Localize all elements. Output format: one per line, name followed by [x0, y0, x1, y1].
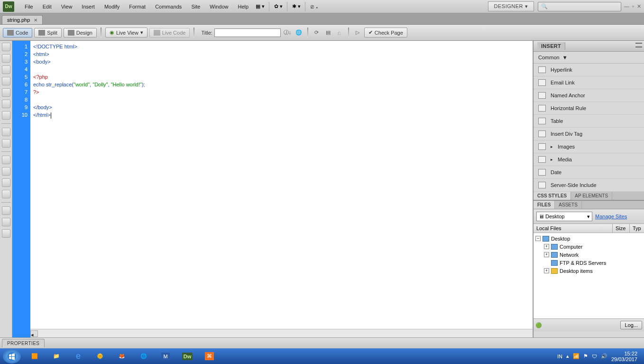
tool-icon[interactable]: [2, 229, 10, 238]
check-page-button[interactable]: ✔Check Page: [364, 28, 407, 37]
insert-item-label: Named Anchor: [551, 93, 585, 98]
log-button[interactable]: Log...: [620, 321, 642, 329]
toolbar-icon[interactable]: ▤: [323, 28, 333, 37]
menu-file[interactable]: File: [20, 2, 38, 11]
css-panel-tabs[interactable]: CSS STYLES AP ELEMENTS: [534, 192, 644, 200]
taskbar-icon[interactable]: 📁: [46, 350, 66, 363]
manage-sites-link[interactable]: Manage Sites: [595, 214, 627, 219]
site-icon[interactable]: ⎚ ▾: [309, 2, 323, 11]
tool-icon[interactable]: [2, 88, 10, 97]
taskbar-dreamweaver-icon[interactable]: Dw: [177, 350, 197, 363]
site-select[interactable]: 🖥 Desktop▾: [536, 212, 592, 221]
tool-icon[interactable]: [2, 65, 10, 74]
menu-commands[interactable]: Commands: [150, 2, 186, 11]
insert-item[interactable]: Insert Div Tag: [534, 128, 644, 140]
tree-node[interactable]: +Network: [535, 251, 642, 259]
tree-node[interactable]: FTP & RDS Servers: [535, 259, 642, 267]
tool-icon[interactable]: [2, 190, 10, 198]
assets-tab[interactable]: ASSETS: [555, 201, 581, 209]
insert-panel-tab[interactable]: INSERT: [534, 41, 644, 52]
workspace-switcher[interactable]: DESIGNER ▾: [488, 1, 534, 11]
menu-site[interactable]: Site: [186, 2, 205, 11]
extension-icon[interactable]: ✿ ▾: [273, 2, 287, 11]
ap-elements-tab[interactable]: AP ELEMENTS: [571, 192, 612, 200]
insert-item[interactable]: Horizontal Rule: [534, 102, 644, 115]
menu-modify[interactable]: Modify: [100, 2, 124, 11]
tool-icon[interactable]: [2, 156, 10, 164]
close-icon[interactable]: ✕: [34, 18, 37, 23]
taskbar-icon[interactable]: 🌞: [90, 350, 110, 363]
horizontal-scrollbar[interactable]: ◂: [30, 329, 533, 337]
insert-item[interactable]: Email Link: [534, 76, 644, 89]
taskbar-icon[interactable]: 🌐: [134, 350, 154, 363]
tool-icon[interactable]: [2, 54, 10, 63]
tray-lang[interactable]: IN: [557, 354, 562, 359]
properties-tab[interactable]: PROPERTIES: [2, 339, 45, 347]
menu-help[interactable]: Help: [233, 2, 253, 11]
split-view-button[interactable]: Split: [34, 28, 61, 37]
tool-icon[interactable]: [2, 178, 10, 187]
app-logo: Dw: [3, 1, 14, 12]
insert-item[interactable]: Server-Side Include: [534, 179, 644, 192]
files-tab[interactable]: FILES: [534, 201, 555, 209]
taskbar-icon[interactable]: 🟧: [25, 350, 45, 363]
taskbar-icon[interactable]: M: [156, 350, 175, 363]
tool-icon[interactable]: [2, 100, 10, 108]
settings-icon[interactable]: ✱ ▾: [291, 2, 305, 11]
expand-icon: ▸: [551, 157, 553, 162]
file-tab[interactable]: string.php ✕: [2, 15, 43, 24]
taskbar-icon[interactable]: 🦊: [112, 350, 132, 363]
menu-format[interactable]: Format: [124, 2, 150, 11]
tool-icon[interactable]: [2, 167, 10, 176]
toolbar-icon[interactable]: ▷: [353, 28, 362, 37]
search-input[interactable]: 🔍: [538, 2, 621, 11]
tray-icon[interactable]: ⚑: [583, 353, 588, 359]
refresh-icon[interactable]: ⟳: [312, 28, 322, 37]
tool-icon[interactable]: [2, 77, 10, 85]
tool-icon[interactable]: [2, 43, 10, 51]
insert-item[interactable]: Named Anchor: [534, 89, 644, 102]
tree-node[interactable]: +Computer: [535, 243, 642, 251]
title-input[interactable]: [214, 28, 281, 37]
insert-item-icon: [538, 66, 546, 73]
menu-view[interactable]: View: [56, 2, 77, 11]
tray-volume-icon[interactable]: 🔊: [601, 353, 607, 359]
code-view-button[interactable]: Code: [3, 28, 32, 37]
start-button[interactable]: [3, 349, 21, 364]
tree-node[interactable]: +Desktop items: [535, 267, 642, 275]
insert-item[interactable]: Table: [534, 115, 644, 128]
taskbar-icon[interactable]: e: [68, 350, 88, 363]
taskbar-icon[interactable]: ⌘: [199, 350, 219, 363]
tool-icon[interactable]: [2, 218, 10, 226]
files-columns: Local Files Size Typ: [534, 224, 644, 233]
tray-icon[interactable]: ▴: [566, 353, 569, 359]
tool-icon[interactable]: [2, 111, 10, 120]
menu-edit[interactable]: Edit: [38, 2, 56, 11]
toolbar-icon[interactable]: ⎌: [335, 28, 344, 37]
design-view-button[interactable]: Design: [64, 28, 97, 37]
live-view-button[interactable]: ◉Live View▾: [105, 28, 147, 37]
tool-icon[interactable]: [2, 128, 10, 136]
system-tray[interactable]: IN ▴ 📶 ⚑ 🛡 🔊 15:2229/03/2017: [557, 351, 641, 362]
insert-category[interactable]: Common▼: [534, 52, 644, 64]
insert-item[interactable]: ▸Images: [534, 140, 644, 153]
clock[interactable]: 15:2229/03/2017: [611, 351, 637, 362]
window-controls[interactable]: —▫✕: [624, 3, 641, 9]
toolbar-icon[interactable]: 🌐: [294, 28, 304, 37]
code-editor[interactable]: <!DOCTYPE html><html><body> <?phpecho st…: [30, 41, 533, 337]
insert-item[interactable]: Hyperlink: [534, 64, 644, 76]
tray-icon[interactable]: 🛡: [592, 354, 597, 359]
layout-icon[interactable]: ▦ ▾: [255, 2, 269, 11]
tool-icon[interactable]: [2, 206, 10, 215]
files-panel-tabs[interactable]: FILES ASSETS: [534, 200, 644, 209]
menu-window[interactable]: Window: [205, 2, 233, 11]
menu-insert[interactable]: Insert: [77, 2, 100, 11]
file-tree[interactable]: −Desktop+Computer+NetworkFTP & RDS Serve…: [534, 233, 644, 318]
css-styles-tab[interactable]: CSS STYLES: [534, 192, 571, 200]
insert-item[interactable]: ▸Media: [534, 153, 644, 166]
menu-items: FileEditViewInsertModifyFormatCommandsSi…: [20, 2, 253, 11]
tray-icon[interactable]: 📶: [573, 353, 580, 359]
insert-item[interactable]: Date: [534, 166, 644, 179]
toolbar-icon[interactable]: Ⓙ↓: [283, 28, 292, 37]
tool-icon[interactable]: [2, 139, 10, 148]
